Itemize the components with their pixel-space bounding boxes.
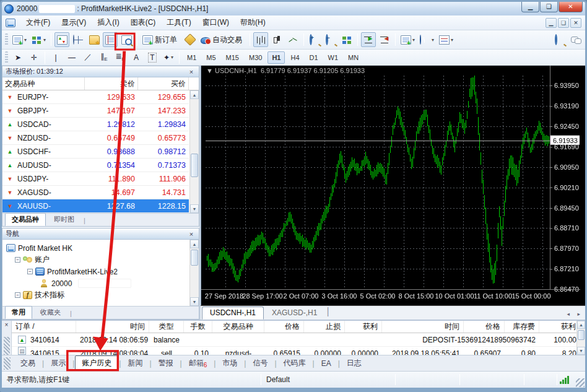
scroll-up-icon[interactable]: ▲ bbox=[577, 321, 585, 329]
terminal-column-5[interactable]: 价格 bbox=[264, 321, 304, 333]
chart-tab-usdcnh[interactable]: USDCNH-,H1 bbox=[202, 307, 264, 320]
menu-item-6[interactable]: 帮助(H) bbox=[235, 15, 271, 30]
scroll-down-icon[interactable]: ▼ bbox=[190, 204, 199, 213]
scrollbar-thumb[interactable] bbox=[578, 330, 585, 340]
scroll-down-icon[interactable]: ▼ bbox=[577, 347, 585, 355]
timeframe-m15[interactable]: M15 bbox=[222, 51, 243, 64]
timeframe-d1[interactable]: D1 bbox=[305, 51, 323, 64]
market-watch-scrollbar[interactable]: ▲ ▼ bbox=[189, 90, 199, 213]
collapse-icon[interactable]: − bbox=[27, 269, 33, 274]
menu-item-0[interactable]: 文件(F) bbox=[20, 15, 56, 30]
market-watch-row-usdchf[interactable]: ▲USDCHF-0.986880.98712 bbox=[2, 145, 189, 159]
market-watch-row-audusd[interactable]: ▲AUDUSD-0.713540.71373 bbox=[2, 159, 189, 172]
timeframe-m5[interactable]: M5 bbox=[202, 51, 220, 64]
label-button[interactable]: T bbox=[145, 50, 160, 65]
menu-item-2[interactable]: 插入(I) bbox=[92, 15, 124, 30]
chart-tab-xagusd[interactable]: XAGUSD-,H1 bbox=[264, 307, 325, 320]
fibonacci-button[interactable]: ≣F bbox=[113, 50, 128, 65]
navigator-scrollbar[interactable]: ▲ ▼ bbox=[189, 240, 199, 306]
metaeditor-button[interactable] bbox=[183, 32, 198, 47]
toolbar-grip[interactable] bbox=[5, 51, 8, 64]
market-watch-row-usdjpy[interactable]: ▼USDJPY-111.890111.906 bbox=[2, 172, 189, 186]
terminal-tab-4[interactable]: 警报 bbox=[152, 356, 180, 370]
terminal-tab-5[interactable]: 邮箱6 bbox=[183, 356, 214, 370]
close-icon[interactable]: × bbox=[187, 230, 196, 238]
minimize-button[interactable]: ▁ bbox=[521, 2, 539, 12]
terminal-tab-1[interactable]: 展示 bbox=[45, 356, 72, 370]
periods-button[interactable]: ▾ bbox=[418, 32, 436, 47]
candlestick-button[interactable] bbox=[269, 32, 284, 47]
timeframe-m30[interactable]: M30 bbox=[245, 51, 266, 64]
terminal-tab-10[interactable]: 日志 bbox=[341, 356, 368, 370]
collapse-icon[interactable]: − bbox=[15, 257, 20, 263]
tab-tick-chart[interactable]: 即时图 bbox=[47, 213, 81, 226]
scroll-up-icon[interactable]: ▲ bbox=[190, 90, 199, 99]
cursor-button[interactable]: ➤ bbox=[11, 50, 25, 65]
zoom-in-button[interactable]: + bbox=[307, 32, 322, 47]
tree-item-server[interactable]: − ProfitMarketHK-Live2 bbox=[27, 266, 199, 277]
terminal-tab-9[interactable]: EA bbox=[315, 357, 337, 370]
timeframe-h1[interactable]: H1 bbox=[267, 51, 285, 64]
scroll-down-icon[interactable]: ▼ bbox=[190, 297, 199, 306]
terminal-scrollbar[interactable]: ▲ ▼ bbox=[576, 321, 585, 355]
terminal-column-7[interactable]: 获利 bbox=[345, 321, 382, 333]
trendline-button[interactable]: ／ bbox=[80, 50, 95, 65]
tree-item-account[interactable]: 20000 bbox=[40, 277, 199, 289]
new-order-button[interactable]: +新订单 bbox=[141, 32, 181, 47]
terminal-column-9[interactable]: 价格 bbox=[464, 321, 505, 333]
search-button[interactable] bbox=[552, 32, 567, 47]
close-button[interactable]: ✕ bbox=[559, 2, 583, 12]
timeframe-mn[interactable]: MN bbox=[344, 51, 363, 64]
tree-item-indicators[interactable]: − ƒ 技术指标 bbox=[15, 289, 199, 301]
market-watch-row-eurjpy[interactable]: ▼EURJPY-129.633129.655 bbox=[2, 90, 189, 104]
terminal-column-8[interactable]: 时间 bbox=[382, 321, 464, 333]
terminal-toggle[interactable] bbox=[103, 32, 118, 47]
collapse-icon[interactable]: − bbox=[15, 292, 20, 298]
tab-favorites[interactable]: 收藏夹 bbox=[33, 306, 67, 319]
navigator-titlebar[interactable]: 导航 × bbox=[2, 229, 199, 240]
tab-symbols[interactable]: 交易品种 bbox=[5, 213, 46, 226]
market-watch-row-usdcad[interactable]: ▲USDCAD-1.298121.29834 bbox=[2, 118, 189, 131]
close-icon[interactable]: × bbox=[187, 68, 196, 76]
market-watch-row-xauusd[interactable]: ▼XAUUSD-1227.681228.15 bbox=[2, 199, 189, 213]
market-watch-row-xagusd[interactable]: ▼XAGUSD-14.69714.731 bbox=[2, 186, 189, 199]
terminal-column-3[interactable]: 手数 bbox=[184, 321, 212, 333]
profiles-button[interactable]: ▾ bbox=[30, 32, 48, 47]
mdi-close-button[interactable]: ✕ bbox=[570, 18, 581, 28]
market-watch-toggle[interactable] bbox=[54, 32, 69, 47]
scrollbar-thumb[interactable] bbox=[191, 154, 198, 177]
navigator-toggle[interactable] bbox=[87, 32, 102, 47]
maximize-button[interactable]: ❏ bbox=[540, 2, 558, 12]
menu-item-1[interactable]: 显示(V) bbox=[56, 15, 92, 30]
timeframe-w1[interactable]: W1 bbox=[324, 51, 343, 64]
data-window-button[interactable] bbox=[71, 32, 85, 47]
column-bid[interactable]: 卖价 bbox=[85, 77, 138, 90]
terminal-column-6[interactable]: 止损 bbox=[304, 321, 345, 333]
column-symbol[interactable]: 交易品种 bbox=[2, 77, 85, 90]
strategy-tester-button[interactable] bbox=[119, 32, 134, 47]
horizontal-line-button[interactable]: — bbox=[64, 50, 79, 65]
tile-windows-button[interactable] bbox=[339, 32, 354, 47]
line-chart-button[interactable] bbox=[285, 32, 300, 47]
terminal-column-0[interactable]: 订单 / bbox=[12, 321, 76, 333]
arrows-button[interactable]: ✦▾ bbox=[161, 50, 176, 65]
terminal-column-1[interactable]: 时间 bbox=[76, 321, 149, 333]
status-profile[interactable]: Default bbox=[261, 374, 395, 385]
autotrading-button[interactable]: 自动交易 bbox=[199, 32, 246, 47]
tree-item-accounts[interactable]: − 账户 bbox=[15, 254, 199, 266]
toolbar-grip[interactable] bbox=[5, 33, 8, 46]
menu-item-3[interactable]: 图表(C) bbox=[125, 15, 162, 30]
tab-common[interactable]: 常用 bbox=[5, 306, 32, 319]
mdi-minimize-button[interactable]: ▁ bbox=[546, 18, 557, 28]
scroll-up-icon[interactable]: ▲ bbox=[190, 240, 199, 248]
terminal-column-4[interactable]: 交易品种 bbox=[212, 321, 264, 333]
tab-scroll-right-icon[interactable]: ▸ bbox=[577, 311, 580, 317]
terminal-column-2[interactable]: 类型 bbox=[149, 321, 184, 333]
crosshair-button[interactable]: ✛ bbox=[27, 50, 41, 65]
title-bar[interactable]: 20000 : ProfitMarketHK-Live2 - [USDCNH-,… bbox=[2, 2, 585, 15]
zoom-out-button[interactable]: − bbox=[323, 32, 338, 47]
auto-scroll-button[interactable] bbox=[361, 32, 376, 47]
vertical-line-button[interactable]: | bbox=[48, 50, 63, 65]
menu-item-5[interactable]: 窗口(W) bbox=[197, 15, 235, 30]
terminal-tab-0[interactable]: 交易 bbox=[14, 356, 41, 370]
